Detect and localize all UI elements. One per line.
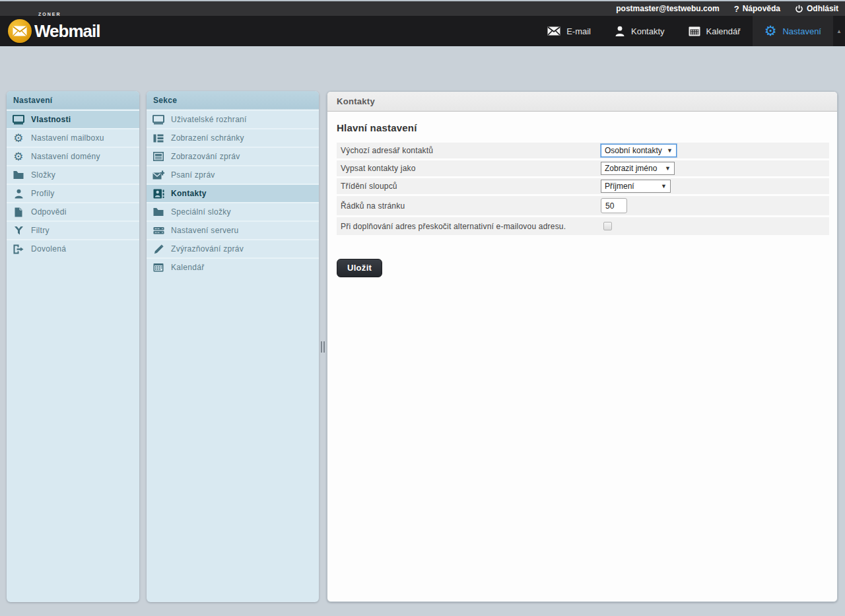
section-item-kalendar[interactable]: Kalendář (147, 257, 319, 276)
exit-icon (12, 244, 25, 254)
panel-splitter[interactable] (319, 91, 327, 602)
section-item-nastaveni-serveru[interactable]: Nastavení serveru (147, 221, 319, 239)
form-row-list-contacts-as: Vypsat kontakty jako Zobrazit jméno ▼ (337, 160, 829, 176)
field-label: Výchozí adresář kontaktů (341, 146, 601, 155)
section-item-label: Zvýrazňování zpráv (171, 244, 244, 254)
sections-panel-title: Sekce (147, 91, 319, 110)
column-sorting-select[interactable]: Příjmení ▼ (601, 180, 671, 193)
sidebar-item-vlastnosti[interactable]: Vlastnosti (7, 110, 139, 128)
field-label: Vypsat kontakty jako (341, 164, 601, 173)
brand-logo[interactable]: Webmail ZONER (0, 16, 100, 46)
folder-icon (12, 170, 25, 180)
help-label: Nápověda (743, 4, 780, 13)
tab-label: Nastavení (782, 26, 821, 36)
section-item-label: Zobrazení schránky (171, 133, 244, 143)
gear-icon: ⚙ (764, 26, 777, 36)
splitter-grip-icon (321, 341, 325, 353)
form-row-column-sorting: Třídění sloupců Příjmení ▼ (337, 178, 829, 194)
envelope-logo-icon (8, 19, 32, 43)
tab-label: E-mail (566, 26, 591, 36)
section-item-zobrazeni-schranky[interactable]: Zobrazení schránky (147, 128, 319, 147)
sidebar-item-slozky[interactable]: Složky (7, 165, 139, 184)
settings-panel: Nastavení Vlastnosti ⚙ Nastavení mailbox… (7, 91, 139, 602)
main-panel-title: Kontakty (327, 92, 837, 112)
logout-link[interactable]: Odhlásit (795, 4, 838, 13)
sidebar-item-label: Filtry (31, 226, 50, 235)
power-icon (795, 5, 803, 13)
chevron-down-icon: ▼ (661, 183, 667, 189)
section-item-specialni-slozky[interactable]: Speciální složky (147, 202, 319, 221)
field-label: Řádků na stránku (341, 201, 601, 211)
layout-icon (152, 134, 165, 143)
field-label: Při doplňování adres přeskočit alternati… (341, 222, 603, 231)
help-link[interactable]: ? Nápověda (734, 4, 780, 14)
section-item-label: Kontakty (171, 189, 207, 198)
sidebar-item-label: Nastavení domény (31, 152, 100, 161)
tab-kalendar[interactable]: Kalendář (677, 16, 753, 46)
chevron-down-icon: ▼ (665, 165, 671, 172)
tab-nastaveni[interactable]: ⚙ Nastavení (753, 16, 833, 46)
select-value: Osobní kontakty (605, 146, 662, 155)
gear-icon: ⚙ (12, 151, 25, 162)
save-button[interactable]: Uložit (337, 259, 382, 277)
form-row-skip-alt-email: Při doplňování adres přeskočit alternati… (337, 217, 829, 235)
sidebar-item-nastaveni-mailboxu[interactable]: ⚙ Nastavení mailboxu (7, 128, 139, 147)
chevron-down-icon: ▼ (667, 147, 673, 154)
default-address-book-select[interactable]: Osobní kontakty ▼ (601, 144, 677, 157)
compose-icon (152, 170, 165, 180)
brand-name: Webmail (34, 22, 100, 40)
document-icon (12, 207, 25, 217)
monitor-icon (152, 115, 165, 125)
section-item-label: Zobrazování zpráv (171, 152, 240, 161)
sidebar-item-nastaveni-domeny[interactable]: ⚙ Nastavení domény (7, 147, 139, 165)
sidebar-item-dovolena[interactable]: Dovolená (7, 239, 139, 257)
section-item-zobrazovani-zprav[interactable]: Zobrazování zpráv (147, 147, 319, 165)
section-item-psani-zprav[interactable]: Psaní zpráv (147, 165, 319, 184)
question-icon: ? (734, 4, 739, 14)
sidebar-item-profily[interactable]: Profily (7, 184, 139, 202)
nav-tabs: E-mail Kontakty Kalendář ⚙ Nastavení ▲ (535, 16, 845, 46)
tab-kontakty[interactable]: Kontakty (603, 16, 677, 46)
section-item-label: Speciální složky (171, 207, 231, 217)
sidebar-item-label: Profily (31, 189, 54, 198)
sidebar-item-filtry[interactable]: Filtry (7, 221, 139, 239)
section-item-kontakty[interactable]: Kontakty (147, 184, 319, 202)
rows-per-page-input[interactable] (601, 198, 627, 213)
sidebar-item-label: Nastavení mailboxu (31, 133, 104, 143)
up-triangle-icon: ▲ (836, 28, 842, 34)
section-item-zvyraznovani-zprav[interactable]: Zvýrazňování zpráv (147, 239, 319, 257)
webmail-app: postmaster@testwebu.com ? Nápověda Odhlá… (0, 0, 845, 616)
user-email: postmaster@testwebu.com (616, 4, 719, 13)
settings-panel-title: Nastavení (7, 91, 139, 110)
folder-icon (152, 207, 165, 217)
section-item-label: Nastavení serveru (171, 226, 238, 235)
tab-email[interactable]: E-mail (535, 16, 603, 46)
article-icon (152, 152, 165, 161)
field-label: Třídění sloupců (341, 182, 601, 191)
collapse-arrow[interactable]: ▲ (833, 16, 845, 46)
calendar-icon (152, 263, 165, 272)
topbar: postmaster@testwebu.com ? Nápověda Odhlá… (0, 0, 845, 16)
main-panel: Kontakty Hlavní nastavení Výchozí adresá… (327, 91, 838, 602)
form-row-default-address-book: Výchozí adresář kontaktů Osobní kontakty… (337, 143, 829, 158)
gear-icon: ⚙ (12, 133, 25, 143)
sections-panel: Sekce Uživatelské rozhraní Zobrazení sch… (147, 91, 319, 602)
skip-alt-email-checkbox[interactable] (603, 222, 612, 230)
filter-icon (12, 226, 25, 236)
section-item-label: Uživatelské rozhraní (171, 115, 247, 124)
envelope-icon (547, 26, 560, 36)
calendar-icon (689, 26, 700, 36)
sidebar-item-label: Složky (31, 170, 55, 180)
section-item-label: Kalendář (171, 263, 204, 272)
list-contacts-as-select[interactable]: Zobrazit jméno ▼ (601, 162, 675, 175)
pencil-icon (152, 244, 165, 254)
sidebar-item-label: Odpovědi (31, 207, 67, 217)
section-item-uzivatelske-rozhrani[interactable]: Uživatelské rozhraní (147, 110, 319, 128)
select-value: Příjmení (605, 182, 634, 191)
navbar: Webmail ZONER E-mail Kontakty Kalendá (0, 16, 845, 46)
sidebar-item-odpovedi[interactable]: Odpovědi (7, 202, 139, 221)
brand-sub: ZONER (38, 12, 61, 17)
form-row-rows-per-page: Řádků na stránku (337, 196, 829, 215)
contact-card-icon (152, 189, 165, 199)
monitor-icon (12, 115, 25, 125)
